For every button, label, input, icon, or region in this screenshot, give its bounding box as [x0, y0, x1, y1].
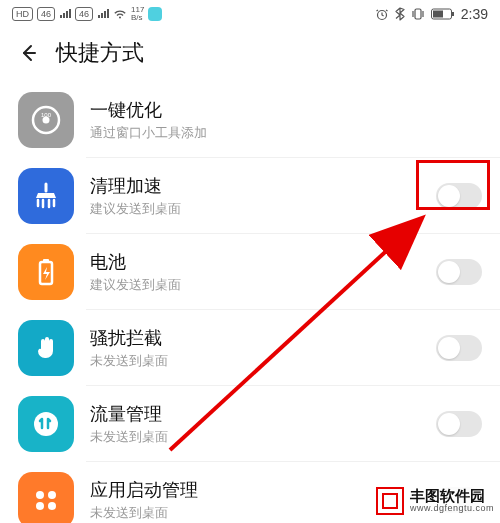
net-badge-2: 46 [75, 7, 93, 21]
toggle-battery[interactable] [436, 259, 482, 285]
net-speed: 117 B/s [131, 6, 144, 22]
item-texts: 骚扰拦截 未发送到桌面 [90, 326, 436, 370]
clock-text: 2:39 [461, 6, 488, 22]
item-subtitle: 建议发送到桌面 [90, 276, 436, 294]
app-indicator-icon [148, 7, 162, 21]
item-title: 清理加速 [90, 174, 436, 198]
svg-point-10 [34, 412, 58, 436]
item-subtitle: 未发送到桌面 [90, 352, 436, 370]
wifi-icon [113, 9, 127, 19]
signal-icon-1 [59, 9, 71, 19]
toggle-data[interactable] [436, 411, 482, 437]
list-item-cleanup[interactable]: 清理加速 建议发送到桌面 [0, 158, 500, 234]
svg-rect-4 [433, 11, 443, 18]
svg-rect-1 [415, 9, 421, 19]
back-button[interactable] [18, 43, 38, 63]
broom-icon [18, 168, 74, 224]
bluetooth-icon [395, 7, 405, 21]
item-texts: 流量管理 未发送到桌面 [90, 402, 436, 446]
item-title: 一键优化 [90, 98, 482, 122]
status-right: 2:39 [375, 6, 488, 22]
apps-icon [18, 472, 74, 523]
hand-icon [18, 320, 74, 376]
battery-status-icon [431, 8, 455, 20]
shortcut-list: 100 一键优化 通过窗口小工具添加 清理加速 建议发送到桌面 电池 建议发送到… [0, 82, 500, 523]
svg-point-14 [48, 502, 56, 510]
net-badge-1: 46 [37, 7, 55, 21]
signal-icon-2 [97, 9, 109, 19]
item-texts: 清理加速 建议发送到桌面 [90, 174, 436, 218]
header: 快捷方式 [0, 28, 500, 82]
item-subtitle: 未发送到桌面 [90, 428, 436, 446]
svg-text:100: 100 [41, 112, 52, 118]
gauge-icon: 100 [18, 92, 74, 148]
svg-point-12 [48, 491, 56, 499]
status-left: HD 46 46 117 B/s [12, 6, 162, 22]
hd-badge: HD [12, 7, 33, 21]
watermark: 丰图软件园 www.dgfengtu.com [372, 485, 500, 517]
list-item-block[interactable]: 骚扰拦截 未发送到桌面 [0, 310, 500, 386]
alarm-icon [375, 7, 389, 21]
item-texts: 电池 建议发送到桌面 [90, 250, 436, 294]
item-title: 骚扰拦截 [90, 326, 436, 350]
page-title: 快捷方式 [56, 38, 144, 68]
svg-point-11 [36, 491, 44, 499]
svg-rect-3 [452, 12, 454, 16]
toggle-block[interactable] [436, 335, 482, 361]
list-item-data[interactable]: 流量管理 未发送到桌面 [0, 386, 500, 462]
list-item-optimize[interactable]: 100 一键优化 通过窗口小工具添加 [0, 82, 500, 158]
toggle-cleanup[interactable] [436, 183, 482, 209]
item-texts: 一键优化 通过窗口小工具添加 [90, 98, 482, 142]
vibrate-icon [411, 7, 425, 21]
item-subtitle: 通过窗口小工具添加 [90, 124, 482, 142]
item-subtitle: 建议发送到桌面 [90, 200, 436, 218]
arrow-left-icon [19, 44, 37, 62]
watermark-url: www.dgfengtu.com [410, 504, 494, 513]
watermark-title: 丰图软件园 [410, 488, 494, 504]
svg-rect-9 [43, 259, 49, 262]
item-title: 电池 [90, 250, 436, 274]
list-item-battery[interactable]: 电池 建议发送到桌面 [0, 234, 500, 310]
watermark-logo-icon [376, 487, 404, 515]
svg-point-13 [36, 502, 44, 510]
data-icon [18, 396, 74, 452]
item-title: 流量管理 [90, 402, 436, 426]
battery-icon [18, 244, 74, 300]
status-bar: HD 46 46 117 B/s 2:39 [0, 0, 500, 28]
